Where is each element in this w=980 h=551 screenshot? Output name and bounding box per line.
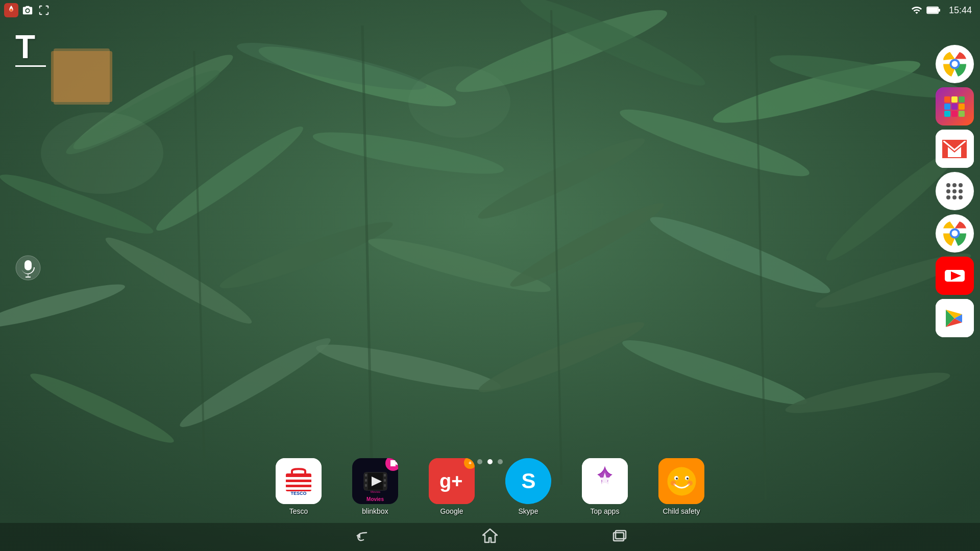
svg-point-98 — [671, 481, 676, 486]
svg-rect-49 — [951, 96, 958, 103]
chrome2-svg — [941, 219, 969, 247]
svg-rect-42 — [24, 260, 32, 270]
child-safety-icon — [658, 458, 704, 504]
hue-icon[interactable] — [936, 87, 974, 126]
skype-app[interactable]: S Skype — [505, 458, 551, 515]
google-plus-icon: g+ + — [429, 458, 475, 504]
dot — [946, 189, 950, 193]
dot — [952, 183, 957, 187]
gmail-icon[interactable] — [936, 130, 974, 168]
top-apps-label: Top apps — [591, 507, 620, 515]
svg-rect-81 — [365, 474, 367, 477]
svg-point-96 — [676, 478, 678, 480]
svg-point-34 — [408, 66, 510, 138]
svg-point-99 — [688, 481, 693, 486]
child-safety-app[interactable]: Child safety — [658, 458, 704, 515]
top-apps-svg — [587, 463, 623, 499]
dot — [952, 189, 957, 193]
svg-text:TESCO: TESCO — [290, 491, 306, 496]
youtube-svg — [941, 262, 969, 290]
svg-text:g+: g+ — [439, 470, 462, 492]
svg-rect-75 — [286, 487, 311, 490]
blinkbox-accent-svg — [388, 459, 398, 468]
drawer-dots — [937, 173, 972, 209]
right-dock — [929, 41, 980, 341]
wifi-icon — [911, 5, 922, 16]
back-button[interactable] — [348, 522, 375, 552]
svg-rect-53 — [959, 104, 965, 110]
child-safety-label: Child safety — [663, 507, 700, 515]
svg-rect-83 — [365, 484, 367, 487]
back-icon — [352, 527, 371, 545]
skype-label: Skype — [519, 507, 538, 515]
gmail-m-svg — [942, 139, 967, 159]
svg-rect-51 — [944, 104, 950, 110]
status-icons: 15:44 — [911, 5, 972, 16]
tesco-svg: TESCO — [281, 463, 316, 499]
voice-search[interactable] — [15, 255, 41, 283]
svg-point-46 — [951, 61, 958, 67]
microphone-icon — [15, 255, 41, 281]
svg-point-97 — [687, 478, 689, 480]
dot — [946, 183, 950, 187]
google-plus-label: Google — [440, 507, 463, 515]
svg-text:Movies: Movies — [370, 490, 380, 493]
chrome-top-icon[interactable] — [936, 45, 974, 83]
chrome-svg — [941, 50, 969, 78]
svg-rect-36 — [54, 48, 110, 105]
chrome-bottom-icon[interactable] — [936, 214, 974, 253]
svg-rect-40 — [938, 9, 940, 12]
tesco-label: Tesco — [289, 507, 308, 515]
blinkbox-icon: Movies Movies — [352, 458, 398, 504]
svg-point-33 — [41, 112, 163, 194]
youtube-icon[interactable] — [936, 257, 974, 295]
bottom-dock: TESCO Tesco — [0, 453, 980, 520]
recents-button[interactable] — [605, 522, 632, 552]
skype-svg: S — [512, 465, 545, 498]
top-apps-icon — [582, 458, 628, 504]
left-widget: T — [15, 31, 46, 67]
blinkbox-app[interactable]: Movies Movies blinkbox — [352, 458, 398, 515]
child-safety-svg — [665, 465, 698, 498]
home-button[interactable] — [477, 522, 503, 552]
blinkbox-svg: Movies — [361, 467, 389, 495]
dot — [959, 189, 963, 193]
dot — [959, 195, 963, 199]
widget-letter: T — [15, 31, 46, 63]
svg-text:S: S — [521, 469, 535, 493]
svg-rect-54 — [944, 111, 950, 117]
svg-rect-74 — [286, 482, 311, 485]
svg-rect-82 — [365, 479, 367, 482]
svg-point-64 — [951, 231, 958, 237]
navigation-bar — [0, 523, 980, 551]
play-store-icon[interactable] — [936, 299, 974, 337]
home-icon — [481, 527, 499, 545]
gplus-svg: g+ — [435, 465, 469, 498]
skype-icon: S — [505, 458, 551, 504]
tesco-icon: TESCO — [276, 458, 322, 504]
svg-rect-50 — [959, 96, 965, 103]
tesco-app[interactable]: TESCO Tesco — [276, 458, 322, 515]
hue-svg — [942, 94, 967, 119]
svg-rect-39 — [927, 8, 938, 13]
svg-rect-85 — [384, 479, 386, 482]
svg-rect-73 — [286, 477, 311, 480]
battery-icon — [926, 5, 941, 16]
svg-rect-56 — [959, 111, 965, 117]
dot — [959, 183, 963, 187]
blinkbox-label: blinkbox — [362, 507, 388, 515]
recents-icon — [609, 527, 628, 545]
dot — [946, 195, 950, 199]
google-plus-app[interactable]: g+ + Google — [429, 458, 475, 515]
svg-rect-48 — [944, 96, 950, 103]
app-drawer-button[interactable] — [936, 172, 974, 210]
svg-rect-86 — [384, 484, 386, 487]
top-apps-app[interactable]: Top apps — [582, 458, 628, 515]
svg-rect-55 — [951, 111, 958, 117]
dots-grid — [946, 183, 963, 199]
svg-rect-52 — [951, 104, 958, 110]
dot — [952, 195, 957, 199]
play-store-clean-svg — [943, 307, 966, 330]
status-bar: 15:44 — [0, 0, 980, 20]
widget-underline — [15, 65, 46, 67]
